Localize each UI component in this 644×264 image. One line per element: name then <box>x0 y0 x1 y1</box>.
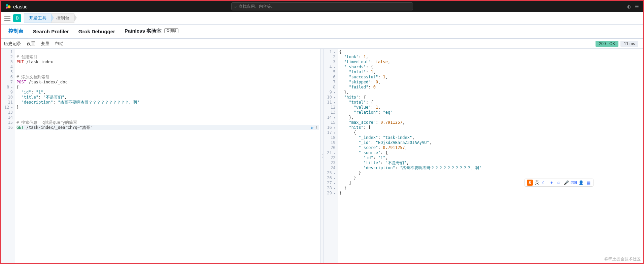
response-pane: 1234567891011121314151617181920212223242… <box>324 49 643 263</box>
elastic-logo-icon <box>5 3 11 9</box>
request-options-icon[interactable]: ⁝ <box>316 125 317 130</box>
settings-link[interactable]: 设置 <box>27 41 35 47</box>
hamburger-icon[interactable] <box>4 16 10 21</box>
user-icon[interactable]: ☰ <box>635 4 639 9</box>
tab-grok-debugger[interactable]: Grok Debugger <box>74 25 120 38</box>
response-time: 11 ms <box>620 41 638 47</box>
watermark: @稀土掘金技术社区 <box>604 256 641 262</box>
global-search[interactable]: ⌕ 查找应用、内容等。 <box>231 2 413 10</box>
person-icon[interactable]: 👤 <box>578 180 584 185</box>
help-icon[interactable]: ◐ <box>627 4 631 9</box>
request-pane[interactable]: 12345678910111213141516 # 创建索引PUT /task-… <box>1 49 320 263</box>
smile-icon[interactable]: ☺ <box>556 180 562 185</box>
svg-point-1 <box>8 5 11 8</box>
request-editor[interactable]: # 创建索引PUT /task-index# 添加文档到索引POST /task… <box>15 49 320 263</box>
breadcrumb-console[interactable]: 控制台 <box>51 13 74 23</box>
editor-split: 12345678910111213141516 # 创建索引PUT /task-… <box>1 49 643 263</box>
tabs-row: 控制台 Search Profiler Grok Debugger Painle… <box>1 25 643 39</box>
nav-row: D 开发工具 控制台 <box>1 12 643 25</box>
request-gutter: 12345678910111213141516 <box>1 49 15 263</box>
breadcrumb-devtools[interactable]: 开发工具 <box>24 13 52 23</box>
status-badge: 200 - OK <box>596 41 618 47</box>
moon-icon[interactable]: ☾ <box>541 180 547 185</box>
ime-lang[interactable]: 英 <box>535 180 539 186</box>
ime-toolbar[interactable]: S 英 ☾ ✦ ☺ 🎤 ⌨ 👤 ▦ <box>524 179 594 187</box>
grid-icon[interactable]: ▦ <box>586 180 591 185</box>
svg-point-2 <box>6 7 8 9</box>
run-request-icon[interactable]: ▷ <box>311 125 314 130</box>
sogou-icon: S <box>527 180 533 186</box>
tab-painless-lab[interactable]: Painless 实验室 公测版 <box>120 25 183 38</box>
response-viewer: { "took": 1, "timed_out": false, "_shard… <box>338 49 643 263</box>
tab-search-profiler[interactable]: Search Profiler <box>28 25 74 38</box>
variables-link[interactable]: 变量 <box>41 41 49 47</box>
topbar: elastic ⌕ 查找应用、内容等。 ◐ ☰ <box>1 1 643 12</box>
response-gutter: 1234567891011121314151617181920212223242… <box>324 49 338 263</box>
console-toolbar: 历史记录 设置 变量 帮助 200 - OK 11 ms <box>1 39 643 49</box>
search-placeholder: 查找应用、内容等。 <box>239 4 275 9</box>
breadcrumb: 开发工具 控制台 <box>24 13 74 23</box>
help-link[interactable]: 帮助 <box>55 41 64 47</box>
tab-console[interactable]: 控制台 <box>4 25 28 38</box>
split-handle[interactable] <box>320 49 324 263</box>
elastic-logo[interactable]: elastic <box>5 3 28 9</box>
mic-icon[interactable]: 🎤 <box>564 180 569 185</box>
brand-text: elastic <box>13 4 28 9</box>
search-icon: ⌕ <box>234 4 237 9</box>
keyboard-icon[interactable]: ⌨ <box>571 180 576 185</box>
beta-badge: 公测版 <box>164 28 178 33</box>
tab-painless-label: Painless 实验室 <box>125 28 162 34</box>
sparkle-icon[interactable]: ✦ <box>549 180 554 185</box>
history-link[interactable]: 历史记录 <box>4 41 21 47</box>
space-selector[interactable]: D <box>13 14 21 22</box>
